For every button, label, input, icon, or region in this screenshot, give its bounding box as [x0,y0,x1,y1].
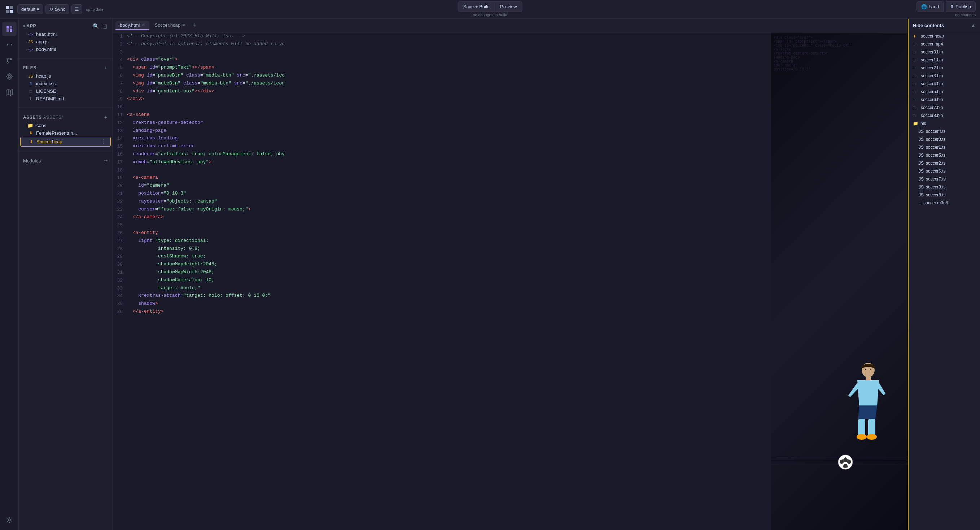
file-item-head-html[interactable]: <> head.html [20,30,111,38]
sidebar-icon-map[interactable] [2,85,17,100]
contents-item-soccer2-bin[interactable]: □ soccer2.bin [908,64,980,72]
contents-item-soccer-mp4[interactable]: □ soccer.mp4 [908,40,980,48]
tab-close-body-html[interactable]: ✕ [142,23,145,27]
line-num: 12 [113,119,127,127]
contents-folder-hls[interactable]: 📁 hls [908,120,980,128]
file-item-license[interactable]: □ LICENSE [20,87,111,95]
item-name: soccer8.bin [921,113,943,118]
save-build-button[interactable]: Save + Build [458,2,495,12]
line-num: 4 [113,56,127,64]
add-tab-button[interactable]: + [191,22,198,29]
divider [19,58,112,59]
land-button[interactable]: 🌐 Land [916,2,943,12]
preview-button[interactable]: Preview [495,2,522,12]
app-section-actions: 🔍 ◫ [92,23,108,29]
contents-item-soccer7-bin[interactable]: □ soccer7.bin [908,104,980,112]
code-editor[interactable]: 1 <!-- Copyright (c) 2023 8th Wall, Inc.… [113,32,771,530]
default-branch-button[interactable]: default ▾ [18,4,43,14]
tab-label: body.html [120,22,140,28]
line-num: 21 [113,190,127,198]
line-content: <a-scene [127,111,771,119]
line-num: 25 [113,221,127,229]
line-content: intensity: 0.8; [127,245,771,253]
collapse-button[interactable]: ◫ [102,23,108,29]
contents-item-soccer8-bin[interactable]: □ soccer8.bin [908,112,980,120]
line-content: <div id="gradient-box"></div> [127,88,771,95]
tab-close-soccer-hcap[interactable]: ✕ [183,23,186,27]
tab-soccer-hcap[interactable]: Soccer.hcap ✕ [150,21,190,30]
sidebar-icon-branch[interactable] [2,53,17,68]
file-name: Soccer.hcap [37,139,98,144]
contents-sub-item-soccer2-ts[interactable]: JS soccer2.ts [908,159,980,167]
default-branch-label: default [21,6,35,12]
contents-sub-item-soccer1-ts[interactable]: JS soccer1.ts [908,143,980,151]
sidebar-icon-code[interactable] [2,38,17,52]
file-item-body-html[interactable]: <> body.html [20,45,111,53]
file-item-female-presenter[interactable]: ⬇ FemalePresentr.h... [20,129,111,137]
add-asset-button[interactable]: + [103,115,108,120]
main-layout: ▾ App 🔍 ◫ <> head.html JS app.js <> body… [0,19,980,530]
modules-title: Modules [23,158,104,164]
file-name: LICENSE [36,88,107,94]
menu-button[interactable]: ☰ [72,4,82,14]
line-num: 27 [113,237,127,245]
contents-item-soccer5-bin[interactable]: □ soccer5.bin [908,88,980,96]
line-num: 2 [113,40,127,48]
sync-icon: ↺ [49,6,53,12]
add-file-button[interactable]: + [103,65,108,71]
file-icon: □ [913,81,919,86]
contents-header: Hide contents ▲ [908,19,980,32]
contents-item-soccer6-bin[interactable]: □ soccer6.bin [908,96,980,104]
contents-sub-item-soccer6-ts[interactable]: JS soccer6.ts [908,167,980,175]
editor-area: body.html ✕ Soccer.hcap ✕ + 1 <!-- Copyr… [113,19,908,530]
icon-sidebar [0,19,19,530]
contents-item-soccer3-bin[interactable]: □ soccer3.bin [908,72,980,80]
file-item-index-css[interactable]: # index.css [20,80,111,87]
contents-item-soccer0-bin[interactable]: □ soccer0.bin [908,48,980,56]
code-line-31: 31 shadowMapWidth:2048; [113,268,771,276]
contents-item-soccer-hcap[interactable]: ⬇ soccer.hcap [908,32,980,40]
sync-button[interactable]: ↺ Sync [46,4,69,14]
folder-item-icons[interactable]: 📁 icons [20,122,111,129]
item-name: soccer4.ts [926,129,946,134]
file-item-hcap-js[interactable]: JS hcap.js [20,72,111,80]
top-bar: default ▾ ↺ Sync ☰ up to date Save + Bui… [0,0,980,19]
code-line-15: 15 xrextras-runtime-error [113,143,771,150]
item-name: soccer1.ts [926,145,946,150]
js-icon: JS [919,153,924,158]
contents-item-soccer4-bin[interactable]: □ soccer4.bin [908,80,980,88]
tab-body-html[interactable]: body.html ✕ [116,21,150,30]
line-num: 36 [113,308,127,316]
search-button[interactable]: 🔍 [92,23,100,29]
js-icon: JS [919,185,924,190]
add-module-button[interactable]: + [104,157,108,164]
item-name: soccer5.bin [921,89,943,94]
line-content: xrextras-attach="target: holo; offset: 0… [127,292,771,300]
info-icon: ℹ [27,96,34,101]
sidebar-icon-settings[interactable] [2,512,17,527]
files-section-title: Files [23,65,103,70]
contents-sub-item-soccer5-ts[interactable]: JS soccer5.ts [908,151,980,159]
contents-sub-item-soccer3-ts[interactable]: JS soccer3.ts [908,183,980,191]
line-num: 8 [113,88,127,96]
file-item-soccer-hcap[interactable]: ⬇ Soccer.hcap ⋮ [20,137,111,147]
line-num: 20 [113,182,127,190]
file-item-readme[interactable]: ℹ README.md [20,95,111,102]
contents-item-soccer1-bin[interactable]: □ soccer1.bin [908,56,980,64]
contents-collapse-button[interactable]: ▲ [970,22,976,28]
sidebar-icon-grid[interactable] [2,22,17,36]
file-item-app-js[interactable]: JS app.js [20,38,111,45]
file-context-menu-button[interactable]: ⋮ [100,138,106,145]
tab-label: Soccer.hcap [154,22,180,28]
code-line-7: 7 <img id="muteBtn" class="media-btn" sr… [113,80,771,88]
sidebar-icon-target[interactable] [2,69,17,84]
svg-rect-2 [6,10,10,13]
contents-sub-item-soccer0-ts[interactable]: JS soccer0.ts [908,136,980,143]
contents-sub-item-soccer4-ts[interactable]: JS soccer4.ts [908,128,980,136]
contents-sub-item-soccer7-ts[interactable]: JS soccer7.ts [908,175,980,183]
publish-button[interactable]: ⬆ Publish [946,2,976,12]
contents-sub-item-soccer8-ts[interactable]: JS soccer8.ts [908,191,980,199]
file-icon: □ [919,200,921,206]
file-icon: □ [913,97,919,102]
contents-sub-item-soccer-m3u8[interactable]: □ soccer.m3u8 [908,199,980,207]
